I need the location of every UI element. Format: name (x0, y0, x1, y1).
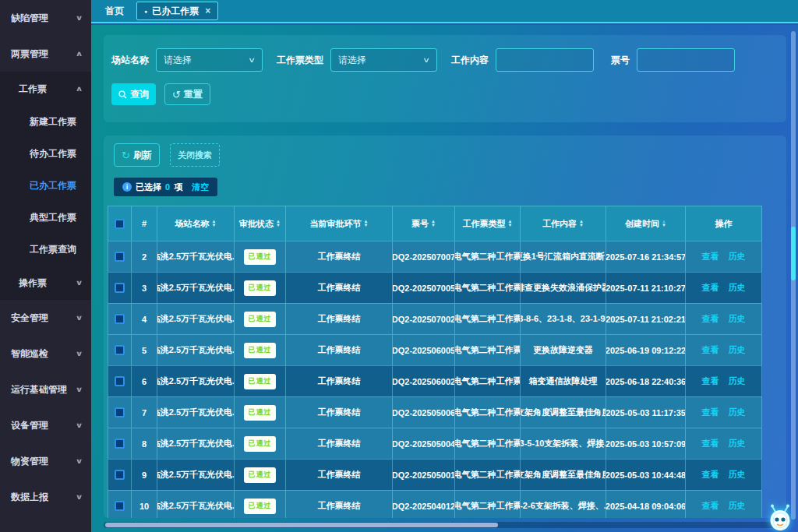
sort-icon[interactable] (431, 220, 436, 227)
chevron-down-icon: ∨ (75, 421, 83, 429)
tab-home[interactable]: 首页 (99, 2, 130, 20)
col-header-type[interactable]: 工作票类型 (455, 206, 521, 241)
row-checkbox[interactable] (115, 470, 125, 480)
view-link[interactable]: 查看 (702, 313, 719, 325)
row-checkbox[interactable] (115, 314, 125, 324)
sort-icon[interactable] (579, 220, 584, 227)
reset-button-label: 重置 (184, 88, 203, 101)
row-checkbox[interactable] (115, 407, 125, 417)
col-header-station[interactable]: 场站名称 (157, 206, 235, 241)
sort-icon[interactable] (276, 220, 281, 227)
chevron-down-icon: ∨ (249, 56, 256, 64)
table-row: 9 临洮2.5万千瓦光伏电... 已通过 工作票终结 DQ2-202505001… (108, 459, 762, 490)
sidebar-item-smart-inspection[interactable]: 智能巡检 ∨ (0, 336, 91, 372)
history-link[interactable]: 历史 (729, 251, 746, 262)
sidebar-item-two-ticket-mgmt[interactable]: 两票管理 ∧ (0, 36, 91, 72)
chevron-down-icon: ∨ (75, 457, 83, 465)
row-checkbox[interactable] (115, 439, 125, 449)
refresh-button[interactable]: ↻ 刷新 (114, 143, 160, 167)
view-link[interactable]: 查看 (702, 375, 719, 387)
chevron-up-icon: ∧ (75, 85, 83, 93)
view-link[interactable]: 查看 (702, 469, 719, 481)
table-toolbar: ↻ 刷新 关闭搜索 (114, 143, 786, 167)
chevron-up-icon: ∧ (75, 50, 83, 58)
table-row: 3 临洮2.5万千瓦光伏电... 已通过 工作票终结 DQ2-202507005… (108, 272, 762, 303)
row-checkbox[interactable] (115, 345, 125, 355)
row-checkbox[interactable] (115, 501, 125, 511)
vertical-scrollbar[interactable] (791, 31, 796, 520)
history-link[interactable]: 历史 (729, 313, 746, 325)
sidebar-item-pending-work-ticket[interactable]: 待办工作票 (0, 138, 91, 170)
table-row: 4 临洮2.5万千瓦光伏电... 已通过 工作票终结 DQ2-202507002… (108, 303, 762, 334)
view-link[interactable]: 查看 (702, 500, 719, 512)
chevron-down-icon: ∨ (75, 493, 83, 501)
view-link[interactable]: 查看 (702, 251, 719, 262)
assistant-robot-icon[interactable] (766, 502, 794, 532)
sidebar-item-done-work-ticket[interactable]: 已办工作票 (0, 170, 91, 202)
view-link[interactable]: 查看 (702, 438, 719, 449)
sidebar-item-new-work-ticket[interactable]: 新建工作票 (0, 106, 91, 138)
sort-icon[interactable] (508, 220, 513, 227)
tab-close-icon[interactable]: × (205, 5, 210, 16)
history-link[interactable]: 历史 (729, 375, 746, 387)
query-button[interactable]: 查询 (111, 83, 156, 105)
history-link[interactable]: 历史 (729, 344, 746, 356)
tab-active-label: 已办工作票 (152, 5, 199, 18)
chevron-down-icon: ∨ (423, 56, 431, 64)
ticket-no-input[interactable] (637, 48, 735, 72)
sidebar-item-safety-mgmt[interactable]: 安全管理 ∨ (0, 300, 91, 336)
row-checkbox[interactable] (115, 376, 125, 386)
history-link[interactable]: 历史 (729, 407, 746, 418)
sidebar-item-work-ticket[interactable]: 工作票 ∧ (0, 72, 91, 106)
approved-stamp: 已通过 (244, 312, 276, 327)
sidebar-item-operation-base-mgmt[interactable]: 运行基础管理 ∨ (0, 372, 91, 407)
sidebar-item-equipment-mgmt[interactable]: 设备管理 ∨ (0, 407, 91, 443)
col-header-content[interactable]: 工作内容 (521, 206, 606, 241)
sidebar-item-defect-mgmt[interactable]: 缺陷管理 ∨ (0, 0, 91, 36)
selection-bar: i 已选择 0 项 清空 (114, 178, 217, 196)
sidebar-item-work-ticket-query[interactable]: 工作票查询 (0, 234, 91, 266)
view-link[interactable]: 查看 (702, 344, 719, 356)
sidebar-item-typical-work-ticket[interactable]: 典型工作票 (0, 202, 91, 234)
view-link[interactable]: 查看 (702, 282, 719, 294)
sort-icon[interactable] (364, 220, 369, 227)
history-link[interactable]: 历史 (729, 469, 746, 481)
history-link[interactable]: 历史 (729, 438, 746, 449)
approved-stamp: 已通过 (244, 499, 276, 514)
row-checkbox[interactable] (115, 283, 125, 293)
history-link[interactable]: 历史 (729, 282, 746, 294)
search-buttons: 查询 ↺ 重置 (111, 83, 786, 105)
tab-done-work-ticket[interactable]: ● 已办工作票 × (136, 2, 218, 20)
reset-button[interactable]: ↺ 重置 (164, 83, 210, 105)
sidebar-item-operation-ticket[interactable]: 操作票 ∨ (0, 266, 91, 300)
ticket-type-select[interactable]: 请选择 ∨ (330, 48, 437, 72)
select-all-checkbox[interactable] (115, 219, 125, 229)
approved-stamp: 已通过 (244, 467, 276, 483)
close-search-button[interactable]: 关闭搜索 (170, 143, 220, 167)
sidebar: 缺陷管理 ∨ 两票管理 ∧ 工作票 ∧ 新建工作票 待办工作票 已办工作票 典型… (0, 0, 91, 532)
view-link[interactable]: 查看 (702, 407, 719, 418)
vertical-scrollbar-thumb[interactable] (791, 227, 796, 280)
selection-count: 0 (165, 182, 170, 192)
work-content-input[interactable] (496, 48, 594, 72)
sidebar-item-material-mgmt[interactable]: 物资管理 ∨ (0, 443, 91, 479)
sort-icon[interactable] (662, 220, 666, 227)
clear-selection-link[interactable]: 清空 (192, 181, 209, 193)
station-name-select[interactable]: 请选择 ∨ (156, 48, 263, 72)
table-row: 7 临洮2.5万千瓦光伏电... 已通过 工作票终结 DQ2-202505006… (108, 396, 762, 428)
col-header-step[interactable]: 当前审批环节 (286, 206, 393, 241)
row-checkbox[interactable] (115, 252, 125, 262)
col-header-status[interactable]: 审批状态 (235, 206, 286, 241)
col-header-ticket[interactable]: 票号 (393, 206, 455, 241)
approved-stamp: 已通过 (244, 436, 276, 452)
horizontal-scrollbar[interactable] (104, 522, 781, 528)
col-header-time[interactable]: 创建时间 (606, 206, 686, 241)
horizontal-scrollbar-thumb[interactable] (105, 523, 498, 527)
sidebar-item-data-report[interactable]: 数据上报 ∨ (0, 479, 91, 515)
station-name-label: 场站名称 (111, 54, 149, 67)
sort-icon[interactable] (212, 220, 217, 227)
table-header-row: # 场站名称 审批状态 当前审批环节 票号 工作票类型 工作内容 创建时间 操作 (108, 206, 762, 241)
refresh-button-label: 刷新 (133, 149, 152, 162)
approved-stamp: 已通过 (244, 405, 276, 421)
history-link[interactable]: 历史 (729, 500, 746, 512)
